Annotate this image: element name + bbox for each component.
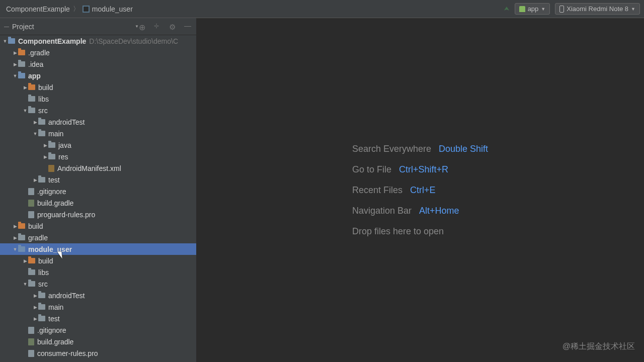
arrow-icon[interactable] [12, 224, 18, 229]
tree-node-app[interactable]: app [0, 70, 196, 81]
arrow-icon[interactable] [32, 120, 38, 125]
tree-node[interactable]: AndroidManifest.xml [0, 162, 196, 174]
minimize-icon[interactable] [184, 23, 192, 31]
project-sidebar: — Project ▼ ComponentExample D:\SpaceDev… [0, 18, 196, 362]
folder-icon [38, 304, 45, 310]
tree-node[interactable]: libs [0, 93, 196, 105]
tree-node[interactable]: build.gradle [0, 336, 196, 347]
chevron-down-icon: ▼ [541, 7, 545, 12]
hint-navbar: Navigation Bar Alt+Home [352, 206, 488, 216]
breadcrumb-bar: ComponentExample 〉 module_user ➤ app ▼ X… [0, 0, 644, 18]
tree-node[interactable]: androidTest [0, 290, 196, 301]
tree-node[interactable]: .gitignore [0, 324, 196, 336]
xml-file-icon [48, 165, 54, 172]
tree-node[interactable]: res [0, 151, 196, 162]
run-config-dropdown[interactable]: app ▼ [515, 3, 550, 15]
folder-icon [48, 154, 55, 159]
editor-hints: Search Everywhere Double Shift Go to Fil… [352, 134, 488, 247]
tree-node[interactable]: libs [0, 266, 196, 278]
folder-icon [18, 50, 25, 55]
gradle-file-icon [28, 338, 34, 345]
folder-icon [38, 119, 45, 125]
android-icon [519, 6, 525, 12]
arrow-icon[interactable] [42, 143, 48, 148]
chevron-down-icon[interactable]: ▼ [135, 24, 139, 29]
hint-drop: Drop files here to open [352, 226, 488, 237]
project-tree[interactable]: ComponentExample D:\SpaceDev\studio\demo… [0, 35, 196, 359]
hint-recent: Recent Files Ctrl+E [352, 185, 488, 196]
tree-node[interactable]: build [0, 81, 196, 93]
build-icon[interactable]: ➤ [502, 7, 511, 11]
hint-search: Search Everywhere Double Shift [352, 144, 488, 154]
device-label: Xiaomi Redmi Note 8 [567, 5, 628, 13]
arrow-icon[interactable] [12, 62, 18, 67]
tree-node[interactable]: consumer-rules.pro [0, 347, 196, 359]
editor-empty-state[interactable]: Search Everywhere Double Shift Go to Fil… [196, 18, 644, 362]
arrow-icon[interactable] [22, 282, 28, 287]
arrow-icon[interactable] [42, 154, 48, 159]
folder-icon [28, 269, 35, 275]
folder-icon [38, 131, 45, 136]
arrow-icon[interactable] [22, 85, 28, 90]
tree-node[interactable]: src [0, 278, 196, 290]
folder-icon [28, 108, 35, 113]
module-folder-icon [8, 38, 15, 44]
tree-node[interactable]: .gitignore [0, 186, 196, 197]
arrow-icon[interactable] [2, 39, 8, 44]
tree-node[interactable]: androidTest [0, 116, 196, 128]
arrow-icon[interactable] [12, 235, 18, 240]
folder-icon [28, 96, 35, 102]
expand-all-icon[interactable] [154, 23, 162, 31]
tree-node[interactable]: build [0, 220, 196, 232]
gradle-file-icon [28, 200, 34, 207]
folder-icon [38, 177, 45, 183]
arrow-icon[interactable] [12, 247, 18, 252]
tree-node[interactable]: test [0, 174, 196, 186]
arrow-icon[interactable] [12, 73, 18, 78]
device-dropdown[interactable]: Xiaomi Redmi Note 8 ▼ [555, 3, 640, 15]
folder-icon [38, 316, 45, 321]
project-panel-header: — Project ▼ [0, 18, 196, 35]
folder-icon [28, 281, 35, 287]
tree-node[interactable]: main [0, 301, 196, 313]
tree-node[interactable]: .gradle [0, 47, 196, 58]
tree-node-module-user[interactable]: module_user [0, 243, 196, 255]
arrow-icon[interactable] [32, 305, 38, 310]
arrow-icon[interactable] [22, 108, 28, 113]
panel-expand-icon[interactable]: — [4, 24, 9, 29]
folder-icon [18, 223, 25, 229]
folder-icon [18, 235, 25, 240]
chevron-right-icon: 〉 [73, 5, 79, 14]
tree-root[interactable]: ComponentExample D:\SpaceDev\studio\demo… [0, 35, 196, 47]
run-config-label: app [528, 5, 539, 13]
chevron-down-icon: ▼ [631, 7, 635, 12]
locate-icon[interactable] [139, 23, 147, 31]
arrow-icon[interactable] [22, 258, 28, 263]
arrow-icon[interactable] [32, 177, 38, 183]
breadcrumb-root[interactable]: ComponentExample [4, 5, 72, 13]
breadcrumb-root-label: ComponentExample [6, 5, 70, 13]
file-icon [28, 327, 34, 334]
arrow-icon[interactable] [32, 316, 38, 321]
tree-node[interactable]: java [0, 139, 196, 151]
project-panel-title[interactable]: Project [12, 23, 133, 31]
arrow-icon[interactable] [32, 293, 38, 298]
tree-node[interactable]: build.gradle [0, 197, 196, 209]
phone-icon [559, 6, 564, 13]
gear-icon[interactable] [169, 23, 177, 31]
breadcrumb-current-label: module_user [92, 5, 133, 13]
folder-icon [28, 84, 35, 90]
arrow-icon[interactable] [12, 50, 18, 55]
tree-node[interactable]: test [0, 313, 196, 324]
tree-node[interactable]: build [0, 255, 196, 266]
file-icon [28, 350, 34, 357]
tree-node[interactable]: src [0, 105, 196, 116]
tree-node[interactable]: proguard-rules.pro [0, 209, 196, 220]
folder-icon [28, 258, 35, 263]
tree-node[interactable]: .idea [0, 58, 196, 70]
breadcrumb-current[interactable]: module_user [80, 5, 135, 13]
watermark: @稀土掘金技术社区 [562, 341, 635, 352]
arrow-icon[interactable] [32, 131, 38, 136]
tree-node[interactable]: gradle [0, 232, 196, 243]
tree-node[interactable]: main [0, 128, 196, 139]
